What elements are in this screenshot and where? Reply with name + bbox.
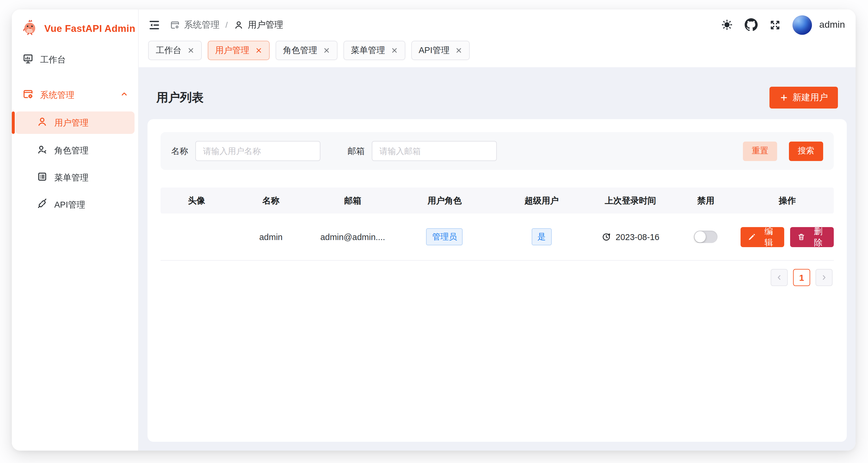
sidebar-item-menu-management[interactable]: 菜单管理 [16,166,134,189]
app-window: Vue FastAPI Admin 工作台 [12,9,856,451]
app-logo[interactable]: Vue FastAPI Admin [12,9,138,42]
username[interactable]: admin [819,20,845,30]
app-title: Vue FastAPI Admin [44,23,135,34]
fullscreen-icon[interactable] [770,19,781,30]
collapse-sidebar-icon[interactable] [148,19,160,31]
sidebar-item-label: API管理 [54,199,85,210]
superuser-cell: 是 [493,228,590,246]
pagination-page-1[interactable]: 1 [793,269,810,286]
users-table: 头像 名称 邮箱 用户角色 超级用户 上次登录时间 禁用 操作 admin [160,188,834,261]
delete-button[interactable]: 删除 [790,227,834,247]
search-actions: 重置 搜索 [743,141,823,161]
tab-role-management[interactable]: 角色管理 [275,40,337,60]
table-row: admin admin@admin.... 管理员 是 [160,213,834,261]
sidebar-item-label: 用户管理 [54,117,89,128]
sidebar-item-label: 系统管理 [40,89,74,101]
user-icon [37,116,48,129]
header-actions: admin [721,15,845,34]
chevron-left-icon [775,274,783,282]
sidebar-item-workbench[interactable]: 工作台 [16,48,134,71]
column-header-avatar: 头像 [160,195,232,206]
breadcrumb-item-system[interactable]: 系统管理 [170,19,219,30]
name-input[interactable] [195,141,320,161]
toggle-knob [694,231,706,242]
trash-icon [797,233,805,241]
system-icon [170,20,180,30]
search-button[interactable]: 搜索 [789,141,823,161]
tab-api-management[interactable]: API管理 [411,40,470,60]
tabs-bar: 工作台 用户管理 角色管理 [139,40,856,67]
column-header-role: 用户角色 [396,195,493,206]
email-field-label: 邮箱 [347,145,365,157]
column-header-name: 名称 [232,195,309,206]
chick-logo-icon [21,18,39,38]
page-title: 用户列表 [156,89,204,105]
sidebar-item-label: 菜单管理 [54,172,89,183]
actions-cell: 编辑 删除 [741,227,834,247]
sidebar-item-role-management[interactable]: 角色管理 [16,139,134,162]
sidebar-item-system[interactable]: 系统管理 [16,83,134,107]
close-icon[interactable] [255,47,262,54]
column-header-actions: 操作 [741,195,834,206]
edit-button[interactable]: 编辑 [741,227,784,247]
main-area: 系统管理 / 用户管理 [139,9,856,451]
pagination-prev-button[interactable] [771,269,788,286]
close-icon[interactable] [456,47,462,54]
role-tag: 管理员 [426,228,463,246]
user-icon [234,20,244,30]
sidebar-menu: 工作台 系统管理 [12,42,138,220]
close-icon[interactable] [391,47,397,54]
breadcrumb-separator: / [225,20,228,30]
sidebar-item-user-management[interactable]: 用户管理 [16,111,134,134]
tab-user-management[interactable]: 用户管理 [208,40,269,60]
system-icon [23,89,34,101]
menu-icon [37,171,48,184]
pagination: 1 [160,269,834,286]
new-user-button[interactable]: 新建用户 [770,87,838,108]
last-login-cell: 2023-08-16 [590,232,671,242]
app-root: Vue FastAPI Admin 工作台 [0,0,868,463]
sidebar-item-api-management[interactable]: API管理 [16,193,134,217]
workbench-icon [23,53,34,66]
github-icon[interactable] [745,18,758,31]
close-icon[interactable] [323,47,330,54]
pagination-next-button[interactable] [815,269,833,286]
sidebar-item-label: 角色管理 [54,145,89,156]
search-form: 名称 邮箱 重置 搜索 [160,132,834,170]
theme-toggle-sun-icon[interactable] [721,19,733,31]
clock-icon [601,232,612,242]
user-avatar[interactable] [793,15,812,34]
chevron-up-icon [120,90,129,100]
role-icon [37,144,48,157]
email-input[interactable] [372,141,497,161]
table-card: 名称 邮箱 重置 搜索 头像 名称 [148,119,847,442]
page-title-row: 用户列表 新建用户 [148,67,847,119]
disabled-cell [671,231,741,243]
name-cell: admin [232,232,309,241]
api-icon [37,198,48,211]
sidebar: Vue FastAPI Admin 工作台 [12,9,139,451]
name-field-label: 名称 [171,145,188,157]
sidebar-item-label: 工作台 [40,54,66,65]
pencil-icon [748,233,756,241]
column-header-disabled: 禁用 [671,195,741,206]
breadcrumb: 系统管理 / 用户管理 [170,19,283,30]
superuser-tag: 是 [532,228,552,246]
top-header: 系统管理 / 用户管理 [139,9,856,40]
page-content: 用户列表 新建用户 名称 邮箱 重置 [139,67,856,451]
column-header-email: 邮箱 [309,195,396,206]
table-header-row: 头像 名称 邮箱 用户角色 超级用户 上次登录时间 禁用 操作 [160,188,834,213]
plus-icon [779,93,788,102]
reset-button[interactable]: 重置 [743,141,777,161]
column-header-superuser: 超级用户 [493,195,590,206]
disabled-toggle[interactable] [694,231,717,243]
column-header-last-login: 上次登录时间 [590,195,671,206]
chevron-right-icon [820,274,828,282]
breadcrumb-item-user-management[interactable]: 用户管理 [234,19,283,30]
tab-menu-management[interactable]: 菜单管理 [343,40,405,60]
role-cell: 管理员 [396,228,493,246]
email-cell: admin@admin.... [309,232,396,241]
close-icon[interactable] [187,47,194,54]
tab-workbench[interactable]: 工作台 [148,40,202,60]
